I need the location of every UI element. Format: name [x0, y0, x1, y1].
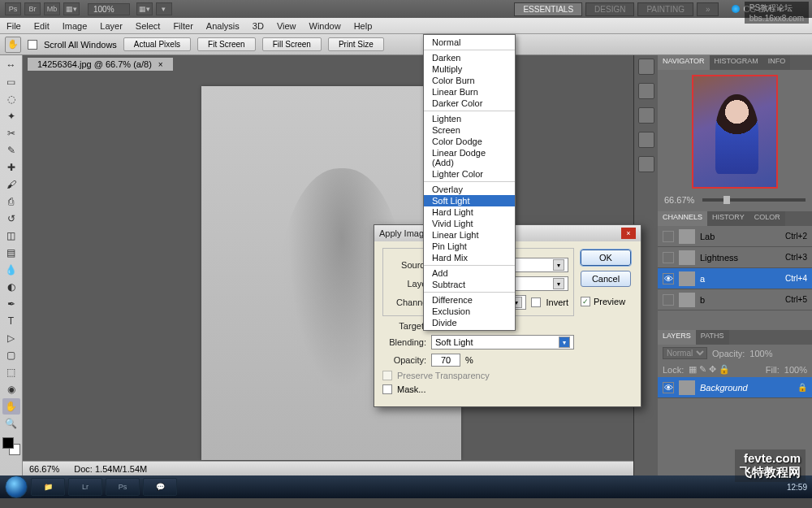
- blend-item-add[interactable]: Add: [424, 267, 515, 279]
- dock-icon-4[interactable]: [638, 132, 654, 148]
- blur-tool[interactable]: 💧: [2, 262, 20, 278]
- workspace-more[interactable]: »: [697, 2, 719, 16]
- blend-item-exclusion[interactable]: Exclusion: [424, 306, 515, 317]
- blend-item-difference[interactable]: Difference: [424, 294, 515, 306]
- blend-item-hard-light[interactable]: Hard Light: [424, 206, 515, 218]
- dock-icon-1[interactable]: [638, 59, 654, 75]
- menu-image[interactable]: Image: [56, 21, 94, 31]
- blend-item-overlay[interactable]: Overlay: [424, 184, 515, 195]
- status-doc[interactable]: Doc: 1.54M/1.54M: [74, 464, 147, 474]
- blend-item-darker-color[interactable]: Darker Color: [424, 98, 515, 109]
- hand-tool[interactable]: ✋: [2, 398, 20, 415]
- eye-icon[interactable]: [663, 231, 674, 242]
- tab-info[interactable]: INFO: [763, 55, 791, 70]
- dock-icon-2[interactable]: [638, 83, 654, 99]
- print-size-button[interactable]: Print Size: [328, 37, 384, 51]
- blend-item-darken[interactable]: Darken: [424, 52, 515, 63]
- heal-tool[interactable]: ✚: [2, 159, 20, 176]
- wand-tool[interactable]: ✦: [2, 108, 20, 124]
- ps-icon[interactable]: Ps: [5, 2, 21, 15]
- lock-icons[interactable]: ▦ ✎ ✥ 🔒: [689, 364, 730, 375]
- cancel-button[interactable]: Cancel: [581, 271, 631, 287]
- channel-a[interactable]: 👁aCtrl+4: [658, 268, 812, 289]
- taskbar-chat[interactable]: 💬: [143, 478, 177, 496]
- tab-histogram[interactable]: HISTOGRAM: [710, 55, 763, 70]
- blend-item-pin-light[interactable]: Pin Light: [424, 241, 515, 252]
- blend-item-lighten[interactable]: Lighten: [424, 113, 515, 124]
- blend-item-color-dodge[interactable]: Color Dodge: [424, 136, 515, 147]
- menu-window[interactable]: Window: [303, 21, 348, 31]
- taskbar-lr[interactable]: Lr: [68, 478, 102, 496]
- invert-checkbox[interactable]: [531, 297, 541, 307]
- fg-swatch[interactable]: [2, 437, 14, 449]
- slider-knob[interactable]: [723, 196, 730, 204]
- opacity-value[interactable]: 100%: [749, 349, 772, 358]
- channel-lab[interactable]: LabCtrl+2: [658, 226, 812, 247]
- marquee-tool[interactable]: ▭: [2, 74, 20, 90]
- navigator-slider[interactable]: [702, 198, 806, 202]
- eye-icon[interactable]: [663, 294, 674, 306]
- lasso-tool[interactable]: ◌: [2, 91, 20, 107]
- blend-item-divide[interactable]: Divide: [424, 317, 515, 328]
- tab-paths[interactable]: PATHS: [696, 330, 729, 345]
- menu-help[interactable]: Help: [348, 21, 379, 31]
- tab-channels[interactable]: CHANNELS: [658, 211, 707, 226]
- eye-icon[interactable]: 👁: [663, 382, 674, 393]
- brush-tool[interactable]: 🖌: [2, 176, 20, 193]
- channel-lightness[interactable]: LightnessCtrl+3: [658, 247, 812, 268]
- actual-pixels-button[interactable]: Actual Pixels: [123, 37, 191, 51]
- ok-button[interactable]: OK: [581, 250, 631, 266]
- menu-analysis[interactable]: Analysis: [200, 21, 246, 31]
- zoom-tool[interactable]: 🔍: [2, 415, 20, 432]
- eyedrop-tool[interactable]: ✎: [2, 142, 20, 158]
- history-brush-tool[interactable]: ↺: [2, 211, 20, 227]
- menu-edit[interactable]: Edit: [28, 21, 56, 31]
- dock-icon-3[interactable]: [638, 107, 654, 124]
- minibr-icon[interactable]: Mb: [44, 2, 60, 15]
- blend-item-subtract[interactable]: Subtract: [424, 279, 515, 290]
- start-button[interactable]: [5, 475, 28, 498]
- blend-item-linear-burn[interactable]: Linear Burn: [424, 86, 515, 98]
- blend-item-linear-light[interactable]: Linear Light: [424, 229, 515, 241]
- scroll-all-checkbox[interactable]: [28, 40, 37, 50]
- blend-item-linear-dodge-add-[interactable]: Linear Dodge (Add): [424, 147, 515, 168]
- fill-value[interactable]: 100%: [784, 365, 807, 375]
- menu-3d[interactable]: 3D: [246, 21, 270, 31]
- crop-tool[interactable]: ✂: [2, 125, 20, 141]
- status-zoom[interactable]: 66.67%: [29, 464, 59, 474]
- mask-checkbox[interactable]: [382, 384, 392, 394]
- blend-item-soft-light[interactable]: Soft Light: [424, 195, 515, 206]
- blend-mode-select[interactable]: Normal: [663, 347, 707, 359]
- eraser-tool[interactable]: ◫: [2, 228, 20, 244]
- blend-item-color-burn[interactable]: Color Burn: [424, 75, 515, 86]
- path-tool[interactable]: ▷: [2, 330, 20, 346]
- blend-item-normal[interactable]: Normal: [424, 37, 515, 48]
- doc-tab[interactable]: 14256364.jpg @ 66.7% (a/8) ×: [28, 58, 173, 71]
- preview-checkbox[interactable]: [581, 297, 590, 306]
- menu-filter[interactable]: Filter: [166, 21, 199, 31]
- blend-item-multiply[interactable]: Multiply: [424, 63, 515, 75]
- tab-color[interactable]: COLOR: [749, 211, 785, 226]
- blend-item-vivid-light[interactable]: Vivid Light: [424, 218, 515, 229]
- blending-combo[interactable]: Soft Light▾: [431, 335, 574, 350]
- eye-icon[interactable]: 👁: [663, 273, 674, 284]
- pen-tool[interactable]: ✒: [2, 296, 20, 312]
- zoom-select[interactable]: 100%: [88, 3, 130, 15]
- menu-view[interactable]: View: [270, 21, 303, 31]
- 3d-tool[interactable]: ⬚: [2, 364, 20, 380]
- navigator-thumb[interactable]: [692, 75, 778, 189]
- opacity-input[interactable]: [431, 354, 460, 367]
- menu-layer[interactable]: Layer: [93, 21, 129, 31]
- taskbar-clock[interactable]: 12:59: [787, 483, 807, 492]
- eye-icon[interactable]: [663, 252, 674, 263]
- 3dcam-tool[interactable]: ◉: [2, 381, 20, 397]
- tab-history[interactable]: HISTORY: [707, 211, 749, 226]
- menu-select[interactable]: Select: [129, 21, 167, 31]
- taskbar-ps[interactable]: Ps: [106, 478, 140, 496]
- color-swatches[interactable]: [2, 437, 20, 455]
- workspace-essentials[interactable]: ESSENTIALS: [514, 2, 582, 16]
- layer-background[interactable]: 👁 Background 🔒: [658, 377, 812, 398]
- close-button[interactable]: ×: [621, 228, 636, 239]
- move-tool[interactable]: ↔: [2, 57, 20, 73]
- hand-tool-icon[interactable]: ✋: [5, 37, 21, 53]
